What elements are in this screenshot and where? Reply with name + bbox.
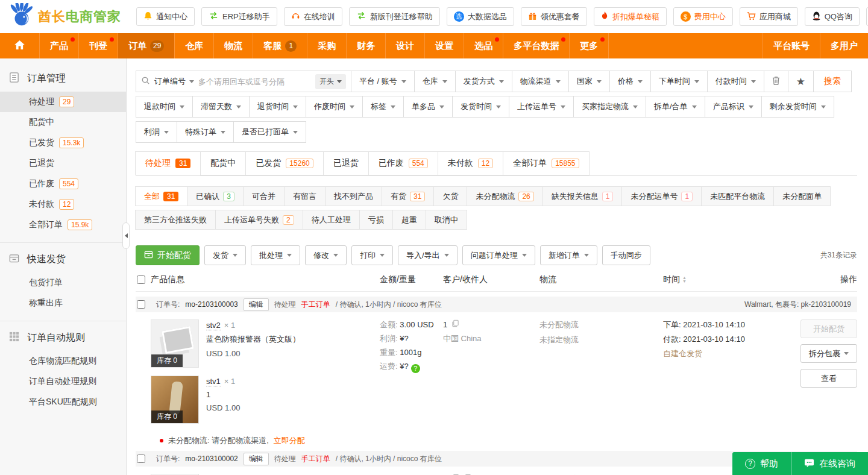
select-all-checkbox[interactable] [137,275,145,284]
copy-icon[interactable] [451,319,459,329]
filter-shipping-method[interactable]: 发货方式 [455,71,512,92]
subtab-no-shipping-label[interactable]: 未分配面单 [773,186,831,206]
nav-item-platform-accounts[interactable]: 平台账号 [763,33,820,58]
coupon-package-button[interactable]: 领优惠套餐 [521,7,587,26]
filter-warehouse[interactable]: 仓库 [414,71,456,92]
search-field-selector[interactable]: 订单编号 [154,76,194,87]
sidebar-item-shipped[interactable]: 已发货15.3k [0,133,126,153]
subtab-overweight[interactable]: 超重 [392,210,426,230]
nav-item-listings[interactable]: 刊登 [78,33,118,58]
nav-item-more[interactable]: 更多 [569,33,608,58]
start-picking-row-button[interactable]: 开始配货 [800,319,857,338]
subtab-in-stock[interactable]: 有货31 [382,186,434,206]
subtab-confirmed[interactable]: 已确认3 [187,186,244,206]
subtab-has-message[interactable]: 有留言 [284,186,326,206]
erp-migration-button[interactable]: ERP迁移助手 [201,7,277,26]
subtab-all[interactable]: 全部31 [135,186,187,206]
big-data-selection-button[interactable]: 选 大数据选品 [447,7,514,26]
filter-single-multi-item[interactable]: 单多品 [403,96,453,118]
sidebar-collapse-handle[interactable] [122,222,130,249]
tab-voided[interactable]: 已作废554 [368,151,438,175]
filter-profit[interactable]: 利润 [136,121,177,143]
filter-return-time[interactable]: 退货时间 [249,96,306,118]
order-checkbox[interactable] [137,300,145,309]
filter-special-order[interactable]: 特殊订单 [177,121,234,143]
sidebar-item-pack-print[interactable]: 包货打单 [0,272,126,293]
filter-label-tag[interactable]: 标签 [362,96,404,118]
tab-unpaid[interactable]: 未付款12 [438,151,503,175]
product-image[interactable]: 库存 0 [151,319,199,368]
notification-center-button[interactable]: 通知中心 [136,7,195,26]
filter-country[interactable]: 国家 [568,71,610,92]
view-order-button[interactable]: 查看 [800,369,857,388]
product-sku-link[interactable]: stv1 [206,377,221,386]
modify-button[interactable]: 修改 [305,245,347,265]
filter-buyer-logistics[interactable]: 买家指定物流 [573,96,646,118]
online-chat-button[interactable]: 在线咨询 [791,452,868,475]
nav-item-settings[interactable]: 设置 [424,33,464,58]
nav-item-multi-platform-data[interactable]: 多平台数据 [503,33,569,58]
subtab-missing-customs-info[interactable]: 缺失报关信息1 [542,186,623,206]
filter-platform-account[interactable]: 平台 / 账号 [351,71,415,92]
filter-upload-tracking[interactable]: 上传运单号 [509,96,574,118]
filter-logistics-channel[interactable]: 物流渠道 [512,71,569,92]
discount-secrets-button[interactable]: 折扣爆单秘籍 [594,7,667,26]
nav-item-warehouse[interactable]: 仓库 [174,33,213,58]
nav-item-multi-user[interactable]: 多用户 [820,33,868,58]
tab-returned[interactable]: 已退货 [323,151,369,175]
help-button[interactable]: ? 帮助 [732,452,791,475]
nav-item-orders[interactable]: 订单29 [118,33,174,58]
nav-item-design[interactable]: 设计 [385,33,424,58]
tab-shipped[interactable]: 已发货15260 [245,151,323,175]
filter-ship-time[interactable]: 发货时间 [452,96,509,118]
tab-distributing[interactable]: 配货中 [200,151,246,175]
nav-home[interactable] [0,33,39,58]
filter-payment-time[interactable]: 付款时间 [707,71,764,92]
print-button[interactable]: 打印 [351,245,393,265]
start-picking-button[interactable]: 开始配货 [136,245,200,265]
split-package-button[interactable]: 拆分包裹 [800,344,857,363]
online-training-button[interactable]: 在线培训 [284,7,342,26]
sidebar-item-platform-sku-rule[interactable]: 平台SKU匹配规则 [0,392,126,412]
subtab-no-tracking-number[interactable]: 未分配运单号1 [621,186,702,206]
tab-pending[interactable]: 待处理31 [135,151,201,175]
assign-logistics-link[interactable]: 立即分配 [274,435,305,446]
search-input[interactable] [198,77,311,86]
subtab-upload-tracking-failed[interactable]: 上传运单号失败2 [215,210,303,230]
filter-product-mark[interactable]: 产品标识 [705,96,762,118]
sidebar-item-pending[interactable]: 待处理29 [0,92,126,112]
nav-item-products[interactable]: 产品 [39,33,78,58]
app-store-button[interactable]: 应用商城 [740,7,798,26]
help-question-icon[interactable]: ? [411,364,420,373]
edit-order-button[interactable]: 编辑 [244,298,269,311]
subtab-product-not-found[interactable]: 找不到产品 [325,186,382,206]
search-button[interactable]: 搜索 [813,71,852,92]
new-order-button[interactable]: 新增订单 [540,245,597,265]
nav-item-product-selection[interactable]: 选品 [464,33,503,58]
subtab-mergeable[interactable]: 可合并 [243,186,285,206]
filter-void-time[interactable]: 作废时间 [306,96,363,118]
manual-sync-button[interactable]: 手动同步 [602,245,650,265]
sidebar-item-auto-process-rule[interactable]: 订单自动处理规则 [0,371,126,392]
filter-split-merge[interactable]: 拆单/合单 [646,96,705,118]
subtab-no-logistics[interactable]: 未分配物流26 [467,186,542,206]
order-checkbox[interactable] [137,455,145,463]
subtab-cancelling[interactable]: 取消中 [426,210,467,230]
qq-support-button[interactable]: QQ咨询 [805,7,860,26]
sidebar-item-all-orders[interactable]: 全部订单15.9k [0,215,126,235]
clear-filters-button[interactable] [764,71,788,92]
filter-retention-days[interactable]: 滞留天数 [192,96,250,118]
batch-process-button[interactable]: 批处理 [251,245,300,265]
sidebar-item-warehouse-logistics-rule[interactable]: 仓库物流匹配规则 [0,351,126,371]
sidebar-item-weigh-out[interactable]: 称重出库 [0,293,126,313]
listing-migration-help-button[interactable]: 新版刊登迁移帮助 [349,7,440,26]
sidebar-item-distributing[interactable]: 配货中 [0,112,126,133]
filter-price[interactable]: 价格 [609,71,651,92]
filter-remaining-ship-time[interactable]: 剩余发货时间 [761,96,834,118]
filter-order-time[interactable]: 下单时间 [650,71,708,92]
ship-button[interactable]: 发货 [204,245,246,265]
subtab-out-of-stock[interactable]: 欠货 [433,186,467,206]
tab-all-orders[interactable]: 全部订单15855 [503,151,589,175]
edit-order-button[interactable]: 编辑 [244,453,269,465]
problem-orders-button[interactable]: 问题订单处理 [462,245,535,265]
